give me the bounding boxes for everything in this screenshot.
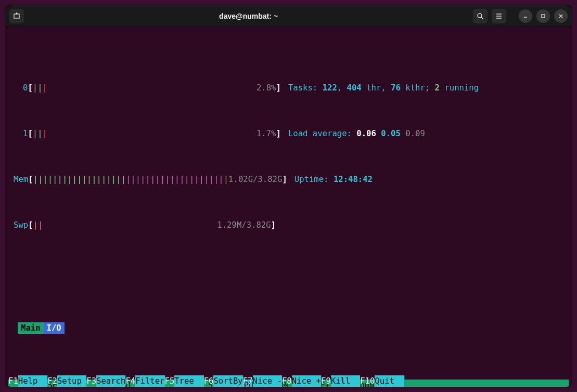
search-button[interactable] [473, 9, 488, 23]
uptime-label: Uptime: [294, 174, 334, 185]
fkey-label[interactable]: Nice - [253, 375, 282, 387]
fkey-f7[interactable]: F7 [243, 375, 253, 387]
fkey-f2[interactable]: F2 [47, 375, 57, 387]
svg-rect-9 [542, 15, 545, 18]
mem-meter: Mem[||||||||||||||||||||||||||||||||||||… [8, 174, 569, 185]
minimize-button[interactable] [519, 9, 532, 23]
fkey-label[interactable]: Tree [174, 375, 203, 387]
fkey-f4[interactable]: F4 [125, 375, 135, 387]
fkey-label[interactable]: SortBy [213, 375, 242, 387]
menu-button[interactable] [492, 9, 506, 23]
svg-line-4 [481, 17, 483, 19]
maximize-button[interactable] [536, 9, 550, 23]
fkey-label[interactable]: Help [18, 375, 47, 387]
svg-point-3 [478, 14, 482, 18]
fkey-label[interactable]: Quit [375, 375, 404, 387]
fkey-f9[interactable]: F9 [321, 375, 331, 387]
fkey-f5[interactable]: F5 [165, 375, 175, 387]
fkey-label[interactable]: Kill [331, 375, 360, 387]
fkey-f3[interactable]: F3 [86, 375, 96, 387]
swp-meter: Swp[||1.29M/3.82G] [8, 219, 569, 231]
load-label: Load average: [288, 128, 356, 139]
terminal-content[interactable]: 0[|||2.8%] Tasks: 122, 404 thr, 76 kthr;… [5, 27, 572, 387]
terminal-window: dave@numbat: ~ 0[|||2.8%] Tasks: 122, 40… [5, 5, 572, 387]
fkey-f1[interactable]: F1 [8, 375, 18, 387]
window-title: dave@numbat: ~ [219, 10, 278, 22]
tab-main[interactable]: Main [18, 322, 44, 334]
fkey-f6[interactable]: F6 [204, 375, 214, 387]
fkey-label[interactable]: Nice + [292, 375, 321, 387]
fkey-f10[interactable]: F10 [360, 375, 375, 387]
tab-io[interactable]: I/O [44, 322, 65, 334]
fkey-label[interactable]: Setup [57, 375, 86, 387]
titlebar: dave@numbat: ~ [5, 5, 572, 27]
view-tabs: Main I/O [8, 322, 569, 334]
fkey-label[interactable]: Search [96, 375, 125, 387]
fkey-label[interactable]: Filter [135, 375, 164, 387]
new-tab-button[interactable] [9, 9, 24, 23]
function-key-bar: F1Help F2Setup F3SearchF4FilterF5Tree F6… [8, 375, 569, 387]
cpu-meter-0: 0[|||2.8%] Tasks: 122, 404 thr, 76 kthr;… [8, 82, 569, 94]
svg-rect-0 [14, 14, 19, 18]
fkey-f8[interactable]: F8 [282, 375, 292, 387]
tasks-label: Tasks: [288, 82, 323, 94]
cpu-meter-1: 1[|||1.7%] Load average: 0.06 0.05 0.09 [8, 128, 569, 139]
close-button[interactable] [554, 9, 568, 23]
